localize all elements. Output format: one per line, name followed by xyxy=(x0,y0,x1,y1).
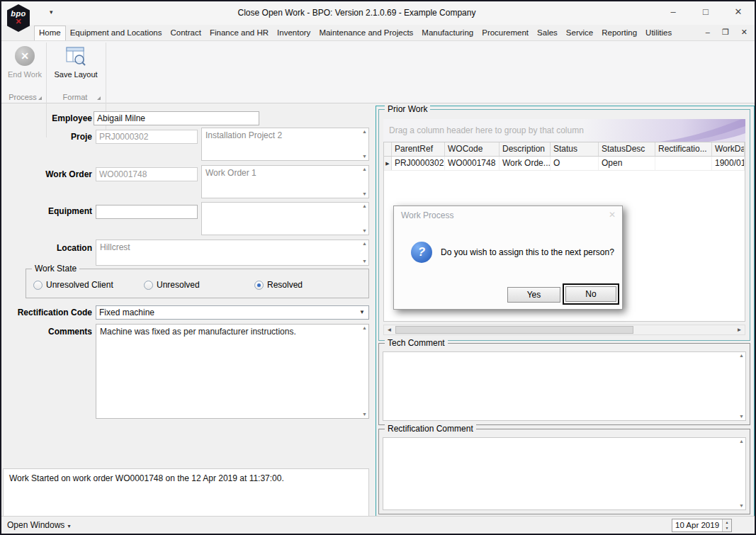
scroll-up-icon[interactable]: ▲ xyxy=(362,129,367,135)
dialog-close-icon[interactable]: ✕ xyxy=(609,210,616,220)
tab-procurement[interactable]: Procurement xyxy=(478,26,533,40)
child-restore-button[interactable]: ❐ xyxy=(722,28,729,37)
tab-inventory[interactable]: Inventory xyxy=(273,26,315,40)
scroll-down-icon[interactable]: ▼ xyxy=(362,412,367,417)
chevron-down-icon: ▾ xyxy=(67,523,70,529)
scroll-up-icon[interactable]: ▲ xyxy=(362,203,367,209)
col-header-status[interactable]: Status xyxy=(551,142,599,156)
scroll-down-icon[interactable]: ▼ xyxy=(362,259,367,264)
radio-resolved[interactable]: Resolved xyxy=(254,280,303,290)
col-header-parentref[interactable]: ParentRef xyxy=(392,142,445,156)
yes-button[interactable]: Yes xyxy=(507,287,560,303)
equipment-code-input[interactable] xyxy=(96,205,198,219)
ribbon xyxy=(1,40,755,103)
work-order-code-input: WO0001748 xyxy=(96,167,198,181)
scroll-left-icon[interactable]: ◄ xyxy=(384,325,395,334)
save-layout-icon xyxy=(65,45,86,67)
save-layout-button[interactable]: Save Layout xyxy=(50,44,102,79)
equipment-description-box[interactable]: ▲ ▼ xyxy=(201,202,369,235)
comments-textarea[interactable]: Machine was fixed as per manufacturer in… xyxy=(96,324,369,419)
window-close-button[interactable]: ✕ xyxy=(732,6,745,17)
window-minimize-button[interactable]: – xyxy=(667,6,679,17)
tab-maintenance-and-projects[interactable]: Maintenance and Projects xyxy=(315,26,417,40)
format-dialog-launcher-icon[interactable] xyxy=(97,96,101,100)
end-work-label: End Work xyxy=(6,70,44,79)
tab-manufacturing[interactable]: Manufacturing xyxy=(417,26,478,40)
col-header-workdate[interactable]: WorkDate xyxy=(712,142,745,156)
group-by-hint: Drag a column header here to group by th… xyxy=(389,125,584,135)
scroll-up-icon[interactable]: ▲ xyxy=(362,241,367,247)
quick-access-dropdown-icon[interactable]: ▾ xyxy=(50,9,53,16)
col-header-description[interactable]: Description xyxy=(500,142,551,156)
cell-description: Work Orde... xyxy=(500,157,551,170)
project-label: Proje xyxy=(14,132,92,142)
child-close-button[interactable]: ✕ xyxy=(741,28,747,37)
rectification-code-label: Rectification Code xyxy=(7,308,92,317)
comments-label: Comments xyxy=(14,327,92,337)
ribbon-group-format-label: Format xyxy=(47,93,103,101)
work-state-groupbox: Work State Unresolved Client Unresolved … xyxy=(26,269,369,298)
scroll-right-icon[interactable]: ► xyxy=(734,325,745,334)
scroll-down-icon[interactable]: ▼ xyxy=(362,154,367,159)
employee-input[interactable]: Abigail Milne xyxy=(94,111,259,125)
date-picker[interactable]: 10 Apr 2019 ▲ ▼ xyxy=(672,519,732,532)
tab-equipment-and-locations[interactable]: Equipment and Locations xyxy=(66,26,167,40)
tab-service[interactable]: Service xyxy=(562,26,597,40)
location-box[interactable]: Hillcrest ▲ ▼ xyxy=(96,240,369,266)
scroll-down-icon[interactable]: ▼ xyxy=(739,503,744,509)
save-layout-label: Save Layout xyxy=(50,70,102,79)
tab-sales[interactable]: Sales xyxy=(533,26,562,40)
radio-unresolved[interactable]: Unresolved xyxy=(144,280,200,290)
spin-down-icon[interactable]: ▼ xyxy=(723,525,731,531)
col-header-statusdesc[interactable]: StatusDesc xyxy=(599,142,655,156)
scroll-down-icon[interactable]: ▼ xyxy=(739,414,744,419)
no-button[interactable]: No xyxy=(565,286,616,302)
rectification-code-dropdown[interactable]: Fixed machine ▼ xyxy=(96,305,369,320)
equipment-label: Equipment xyxy=(14,206,92,216)
scrollbar-thumb[interactable] xyxy=(395,326,633,334)
work-process-dialog: Work Process ✕ ? Do you wish to assign t… xyxy=(393,205,623,310)
scroll-down-icon[interactable]: ▼ xyxy=(362,191,367,197)
tab-contract[interactable]: Contract xyxy=(166,26,205,40)
window-maximize-button[interactable]: □ xyxy=(699,6,712,17)
employee-label: Employee xyxy=(14,113,92,123)
spin-up-icon[interactable]: ▲ xyxy=(723,519,731,525)
process-dialog-launcher-icon[interactable] xyxy=(38,96,42,100)
table-row[interactable]: ▶ PRJ0000302 WO0001748 Work Orde... O Op… xyxy=(384,157,745,171)
radio-icon xyxy=(144,281,153,290)
work-order-description-box[interactable]: Work Order 1 ▲ ▼ xyxy=(201,165,369,198)
app-logo-icon[interactable]: bpo ✕ xyxy=(6,4,30,32)
location-label: Location xyxy=(14,243,92,253)
radio-unresolved-client[interactable]: Unresolved Client xyxy=(33,280,113,290)
scroll-up-icon[interactable]: ▲ xyxy=(739,353,744,359)
prior-work-title: Prior Work xyxy=(385,104,430,114)
cell-parentref: PRJ0000302 xyxy=(392,157,445,170)
child-minimize-button[interactable]: – xyxy=(706,28,710,37)
tech-comment-title: Tech Comment xyxy=(385,338,448,348)
tab-reporting[interactable]: Reporting xyxy=(597,26,641,40)
tech-comment-textarea[interactable]: ▲ ▼ xyxy=(383,351,746,421)
project-description-text: Installation Project 2 xyxy=(205,130,282,140)
radio-resolved-label: Resolved xyxy=(267,280,303,290)
scroll-down-icon[interactable]: ▼ xyxy=(362,228,367,234)
open-windows-dropdown[interactable]: Open Windows▾ xyxy=(7,520,70,530)
work-status-message: Work Started on work order WO0001748 on … xyxy=(3,468,369,517)
end-work-button[interactable]: ✕ End Work xyxy=(6,44,44,79)
tab-utilities[interactable]: Utilities xyxy=(641,26,676,40)
group-by-bar[interactable]: Drag a column header here to group by th… xyxy=(383,119,745,142)
rectification-comment-title: Rectification Comment xyxy=(385,424,476,434)
tab-finance-and-hr[interactable]: Finance and HR xyxy=(205,26,273,40)
tab-home[interactable]: Home xyxy=(34,26,66,40)
scroll-up-icon[interactable]: ▲ xyxy=(362,325,367,331)
decorative-swoosh xyxy=(646,119,745,142)
scroll-up-icon[interactable]: ▲ xyxy=(739,439,744,444)
comments-text: Machine was fixed as per manufacturer in… xyxy=(100,327,296,337)
rectification-comment-groupbox: Rectification Comment ▲ ▼ xyxy=(378,429,750,514)
project-description-box[interactable]: Installation Project 2 ▲ ▼ xyxy=(201,128,369,161)
horizontal-scrollbar[interactable]: ◄ ► xyxy=(383,325,745,335)
date-spinner[interactable]: ▲ ▼ xyxy=(722,519,731,531)
col-header-wocode[interactable]: WOCode xyxy=(445,142,500,156)
col-header-rectification[interactable]: Rectificatio... xyxy=(655,142,712,156)
scroll-up-icon[interactable]: ▲ xyxy=(362,167,367,172)
rectification-comment-textarea[interactable]: ▲ ▼ xyxy=(383,437,746,510)
